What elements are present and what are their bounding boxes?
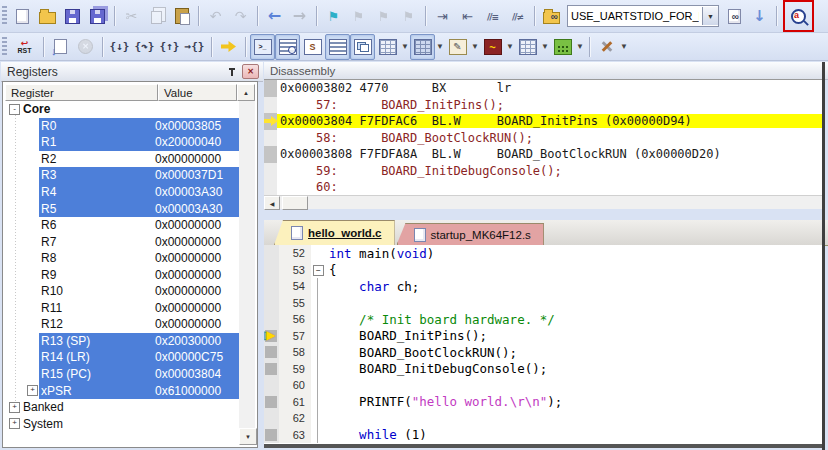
indent-button[interactable] [430, 3, 455, 29]
disassembly-horizontal-scrollbar[interactable]: ◀ [264, 195, 822, 209]
disassembly-line[interactable]: 57: BOARD_InitPins(); [264, 97, 822, 114]
new-file-button[interactable] [10, 3, 35, 29]
breakpoint-margin[interactable]: ▷▶ [264, 427, 279, 444]
breakpoint-margin[interactable]: ▷▶ [264, 377, 279, 394]
scroll-left-button[interactable]: ◀ [264, 196, 280, 210]
code-line[interactable]: ▷▶ 55 − [264, 295, 822, 312]
register-row[interactable]: R15 (PC) 0x00003804 [5, 366, 239, 383]
breakpoint-margin[interactable]: ▷▶ [264, 410, 279, 427]
register-row[interactable]: R3 0x000037D1 [5, 167, 239, 184]
fold-margin[interactable]: − [311, 311, 325, 328]
value-column-header[interactable]: Value [158, 84, 237, 101]
toolbar-grip[interactable] [2, 37, 7, 57]
code-line[interactable]: ▷▶ 63 − while (1) [264, 427, 822, 444]
breakpoint-margin[interactable]: ▷▶ [264, 344, 279, 361]
fold-margin[interactable]: − [311, 377, 325, 394]
disassembly-gutter[interactable] [264, 80, 277, 97]
code-line[interactable]: ▷▶ 52 − int main(void) [264, 245, 822, 262]
scrollbar-thumb[interactable] [282, 196, 308, 210]
register-row[interactable]: R1 0x20000040 [5, 134, 239, 151]
scroll-down-button[interactable]: ▼ [239, 428, 257, 445]
analysis-window-button[interactable]: ~ [480, 34, 505, 60]
redo-button[interactable] [228, 3, 253, 29]
register-row[interactable]: R8 0x00000000 [5, 250, 239, 267]
trace-window-button[interactable] [515, 34, 540, 60]
find-button[interactable] [722, 3, 747, 29]
close-registers-button[interactable]: ✕ [242, 64, 259, 79]
registers-vertical-scrollbar[interactable]: ▼ [239, 101, 255, 445]
system-viewer-dropdown[interactable]: ▼ [575, 36, 585, 58]
step-out-button[interactable]: {↑} [157, 34, 182, 60]
search-term-input[interactable] [568, 8, 702, 24]
disassembly-gutter[interactable] [264, 146, 277, 163]
navigate-back-button[interactable] [262, 3, 287, 29]
breakpoint-margin[interactable]: ▷▶ [264, 278, 279, 295]
next-bookmark-button[interactable] [371, 3, 396, 29]
disassembly-gutter[interactable] [264, 163, 277, 180]
register-column-header[interactable]: Register [5, 84, 158, 101]
register-row[interactable]: + System [5, 415, 239, 432]
clear-bookmarks-button[interactable] [396, 3, 421, 29]
step-over-button[interactable]: {↷} [132, 34, 157, 60]
system-viewer-button[interactable] [550, 34, 575, 60]
breakpoint-margin[interactable]: ▷▶ [264, 311, 279, 328]
symbols-window-button[interactable]: S [300, 34, 325, 60]
stop-button[interactable]: ✕ [73, 34, 98, 60]
disassembly-line[interactable]: 0x00003808 F7FDFA8A BL.W BOARD_BootClock… [264, 146, 822, 163]
tree-expand-icon[interactable]: + [9, 402, 20, 413]
code-line[interactable]: ▷▶ 62 − [264, 410, 822, 427]
breakpoint-margin[interactable]: ▷▶ [264, 328, 279, 345]
serial-window-button[interactable] [445, 34, 470, 60]
callstack-window-button[interactable] [350, 34, 375, 60]
memory-window-button[interactable] [410, 34, 435, 60]
register-row[interactable]: R5 0x00003A30 [5, 200, 239, 217]
register-row[interactable]: R13 (SP) 0x20030000 [5, 333, 239, 350]
register-row[interactable]: R6 0x00000000 [5, 217, 239, 234]
cut-button[interactable] [119, 3, 144, 29]
disassembly-line[interactable]: 58: BOARD_BootClockRUN(); [264, 130, 822, 147]
fold-margin[interactable]: − [311, 427, 325, 444]
fold-margin[interactable]: − [311, 295, 325, 312]
disassembly-gutter[interactable] [264, 97, 277, 114]
lookup-button[interactable]: a [786, 3, 811, 29]
toolbox-dropdown[interactable]: ▼ [619, 36, 629, 58]
editor-tab[interactable]: startup_MK64F12.s [397, 223, 544, 245]
trace-window-dropdown[interactable]: ▼ [540, 36, 550, 58]
watch-window-button[interactable] [375, 34, 400, 60]
run-to-cursor-button[interactable]: →{} [182, 34, 207, 60]
step-into-button[interactable]: {↓} [107, 34, 132, 60]
run-button[interactable] [48, 34, 73, 60]
source-editor[interactable]: ▷▶ 52 − int main(void) ▷▶ 53 − { ▷▶ [264, 245, 822, 444]
code-line[interactable]: ▷▶ 60 − [264, 377, 822, 394]
register-row[interactable]: R14 (LR) 0x00000C75 [5, 349, 239, 366]
uncomment-button[interactable] [505, 3, 530, 29]
incremental-find-button[interactable] [747, 3, 772, 29]
breakpoint-margin[interactable]: ▷▶ [264, 295, 279, 312]
toggle-bookmark-button[interactable] [321, 3, 346, 29]
code-line[interactable]: ▷▶ 58 − BOARD_BootClockRUN(); [264, 344, 822, 361]
code-line[interactable]: ▷▶ 53 − { [264, 262, 822, 279]
register-row[interactable]: + Banked [5, 399, 239, 416]
fold-margin[interactable]: − [311, 394, 325, 411]
disassembly-panel-caption[interactable]: Disassembly [264, 62, 828, 80]
save-button[interactable] [60, 3, 85, 29]
register-row[interactable]: R7 0x00000000 [5, 233, 239, 250]
combo-dropdown-button[interactable]: ▼ [702, 7, 718, 25]
toolbar-grip[interactable] [2, 6, 7, 26]
forward-button[interactable] [287, 3, 312, 29]
code-line[interactable]: ▷▶ 59 − BOARD_InitDebugConsole(); [264, 361, 822, 378]
show-next-statement-button[interactable] [216, 34, 241, 60]
disassembly-gutter[interactable] [264, 179, 277, 196]
register-row[interactable]: R2 0x00000000 [5, 151, 239, 168]
code-line[interactable]: ▷▶ 54 − char ch; [264, 278, 822, 295]
register-row[interactable]: R4 0x00003A30 [5, 184, 239, 201]
register-row[interactable]: R9 0x00000000 [5, 266, 239, 283]
disassembly-window-button[interactable] [275, 34, 300, 60]
find-in-files-button[interactable] [539, 3, 564, 29]
disassembly-line[interactable]: 0x00003802 4770 BX lr [264, 80, 822, 97]
fold-margin[interactable]: − [311, 245, 325, 262]
breakpoint-margin[interactable]: ▷▶ [264, 361, 279, 378]
code-line[interactable]: ▷▶ 61 − PRINTF("hello world.\r\n"); [264, 394, 822, 411]
disassembly-line[interactable]: 59: BOARD_InitDebugConsole(); [264, 163, 822, 180]
analysis-window-dropdown[interactable]: ▼ [505, 36, 515, 58]
